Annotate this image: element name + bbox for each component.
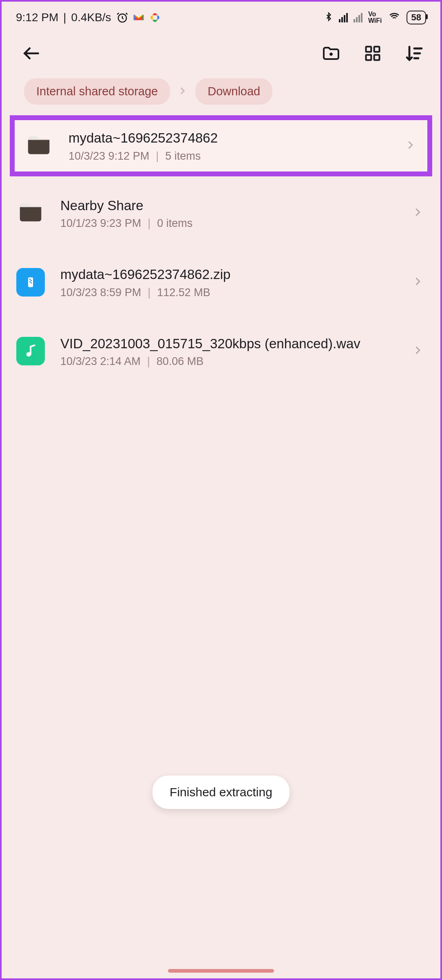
row-title: mydata~1696252374862.zip <box>60 266 396 284</box>
new-folder-button[interactable] <box>321 44 341 65</box>
row-size: 80.06 MB <box>157 355 204 368</box>
back-button[interactable] <box>21 43 42 65</box>
signal-icon <box>339 13 348 22</box>
photos-icon <box>149 11 161 24</box>
breadcrumb-root[interactable]: Internal shared storage <box>24 78 170 105</box>
row-size: 5 items <box>165 150 201 163</box>
svg-rect-3 <box>366 55 371 60</box>
svg-rect-8 <box>29 281 31 282</box>
top-bar <box>2 33 440 73</box>
file-list: Nearby Share 10/1/23 9:23 PM | 0 items m… <box>2 176 440 376</box>
wifi-icon <box>388 11 401 24</box>
row-title: mydata~1696252374862 <box>69 129 389 147</box>
status-network-speed: 0.4KB/s <box>71 11 111 24</box>
row-date: 10/1/23 9:23 PM <box>60 217 141 230</box>
row-date: 10/3/23 9:12 PM <box>69 150 149 163</box>
row-date: 10/3/23 8:59 PM <box>60 286 141 299</box>
svg-rect-9 <box>31 282 32 283</box>
file-row-zip[interactable]: mydata~1696252374862.zip 10/3/23 8:59 PM… <box>2 257 440 307</box>
chevron-right-icon <box>412 275 424 289</box>
row-size: 112.52 MB <box>157 286 210 299</box>
folder-row-nearby-share[interactable]: Nearby Share 10/1/23 9:23 PM | 0 items <box>2 189 440 238</box>
svg-rect-2 <box>374 47 380 52</box>
folder-icon <box>24 132 53 160</box>
folder-icon <box>16 199 45 227</box>
status-divider: | <box>63 11 66 24</box>
status-time: 9:12 PM <box>16 11 58 24</box>
bluetooth-icon <box>324 11 333 24</box>
chevron-right-icon <box>412 344 424 358</box>
toast-message: Finished extracting <box>152 776 290 809</box>
row-title: VID_20231003_015715_320kbps (enhanced).w… <box>60 335 396 353</box>
zip-icon <box>16 268 45 297</box>
battery-icon: 58 <box>407 11 426 24</box>
status-bar: 9:12 PM | 0.4KB/s VoWiFi <box>2 2 440 33</box>
row-title: Nearby Share <box>60 197 396 215</box>
sort-button[interactable] <box>404 44 424 65</box>
alarm-icon <box>116 11 128 24</box>
vowifi-icon: VoWiFi <box>368 11 382 24</box>
folder-row-mydata[interactable]: mydata~1696252374862 10/3/23 9:12 PM | 5… <box>15 129 427 163</box>
nav-handle[interactable] <box>168 969 274 973</box>
row-size: 0 items <box>157 217 192 230</box>
breadcrumb: Internal shared storage Download <box>2 73 440 114</box>
file-row-audio[interactable]: VID_20231003_015715_320kbps (enhanced).w… <box>2 327 440 376</box>
breadcrumb-current[interactable]: Download <box>195 78 272 105</box>
gmail-icon <box>133 11 145 24</box>
highlighted-row: mydata~1696252374862 10/3/23 9:12 PM | 5… <box>10 115 432 176</box>
row-date: 10/3/23 2:14 AM <box>60 355 141 368</box>
svg-rect-4 <box>374 55 380 60</box>
svg-rect-7 <box>31 280 32 281</box>
chevron-right-icon <box>404 139 417 153</box>
grid-view-button[interactable] <box>364 44 382 64</box>
svg-rect-1 <box>366 47 371 52</box>
audio-icon <box>16 337 45 365</box>
chevron-right-icon <box>177 86 188 98</box>
svg-rect-6 <box>29 279 31 280</box>
chevron-right-icon <box>412 206 424 220</box>
signal-icon-2 <box>354 13 362 22</box>
